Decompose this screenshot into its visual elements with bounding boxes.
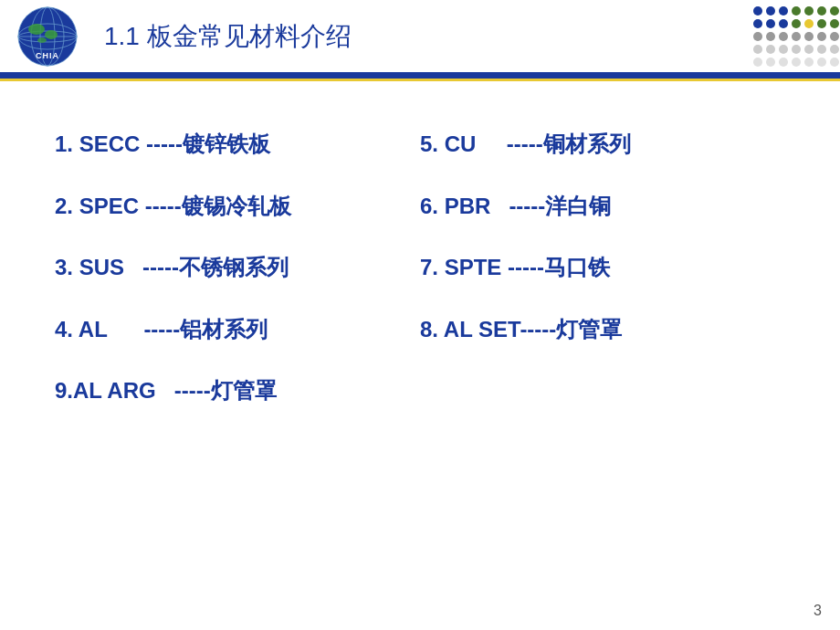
item-4-code: AL — [79, 317, 144, 341]
svg-point-21 — [792, 19, 801, 28]
svg-point-23 — [817, 19, 826, 28]
item-3-num: 3. — [55, 255, 79, 279]
item-5-num: 5. — [420, 131, 445, 156]
svg-point-7 — [28, 24, 45, 35]
svg-point-26 — [766, 32, 775, 41]
item-2: 2. SPEC -----镀锡冷轧板 — [55, 180, 420, 233]
item-6-code: PBR — [445, 194, 509, 218]
svg-point-8 — [45, 30, 58, 39]
svg-point-44 — [817, 58, 826, 67]
item-3: 3. SUS -----不锈钢系列 — [55, 241, 420, 294]
svg-point-22 — [804, 19, 814, 28]
item-9-desc: 灯管罩 — [211, 378, 277, 403]
item-4-dashes: ----- — [143, 317, 180, 341]
content-area: 1. SECC -----镀锌铁板 5. CU -----铜材系列 2. SPE… — [0, 81, 840, 436]
item-6-num: 6. — [420, 194, 445, 218]
svg-point-24 — [830, 19, 839, 28]
svg-point-12 — [766, 6, 775, 16]
item-5-dashes: ----- — [507, 131, 543, 156]
item-7: 7. SPTE -----马口铁 — [420, 241, 785, 294]
svg-point-39 — [753, 58, 762, 67]
item-7-desc: 马口铁 — [544, 255, 610, 279]
page-number: 3 — [814, 603, 822, 619]
item-1-num: 1. — [55, 131, 79, 156]
item-1-desc: 镀锌铁板 — [183, 131, 270, 156]
header: CHIA 1.1 板金常见材料介绍 — [0, 0, 840, 75]
svg-text:CHIA: CHIA — [36, 51, 59, 60]
svg-point-33 — [766, 45, 775, 54]
svg-point-38 — [830, 45, 839, 54]
svg-point-35 — [792, 45, 801, 54]
item-8-code: AL SET — [444, 317, 520, 341]
svg-point-13 — [779, 6, 788, 16]
globe-container: CHIA — [16, 5, 79, 68]
svg-point-25 — [753, 32, 762, 41]
item-9: 9.AL ARG -----灯管罩 — [55, 364, 785, 417]
item-3-desc: 不锈钢系列 — [179, 255, 289, 279]
svg-point-14 — [792, 6, 801, 16]
svg-point-32 — [753, 45, 762, 54]
svg-point-42 — [792, 58, 801, 67]
item-1-code: SECC — [79, 131, 146, 156]
svg-point-27 — [779, 32, 788, 41]
dots-decoration — [740, 0, 840, 73]
item-2-desc: 镀锡冷轧板 — [182, 194, 291, 218]
item-2-code: SPEC — [79, 194, 145, 218]
item-6-dashes: ----- — [509, 194, 545, 218]
item-1-dashes: ----- — [146, 131, 183, 156]
svg-point-36 — [804, 45, 814, 54]
svg-point-28 — [792, 32, 801, 41]
item-8: 8. AL SET-----灯管罩 — [420, 303, 785, 356]
slide-title: 1.1 板金常见材料介绍 — [104, 22, 352, 50]
title-area: 1.1 板金常见材料介绍 — [95, 19, 840, 54]
item-9-num: 9. — [55, 378, 73, 403]
item-6-desc: 洋白铜 — [545, 194, 611, 218]
item-1: 1. SECC -----镀锌铁板 — [55, 118, 420, 171]
globe-icon: CHIA — [16, 5, 79, 68]
svg-point-34 — [779, 45, 788, 54]
item-4-desc: 铝材系列 — [180, 317, 268, 341]
svg-point-29 — [804, 32, 814, 41]
svg-point-31 — [830, 32, 839, 41]
item-2-dashes: ----- — [145, 194, 182, 218]
item-3-dashes: ----- — [142, 255, 179, 279]
item-8-desc: 灯管罩 — [556, 317, 622, 341]
svg-point-43 — [804, 58, 814, 67]
svg-point-18 — [753, 19, 762, 28]
item-5: 5. CU -----铜材系列 — [420, 118, 785, 171]
item-7-num: 7. — [420, 255, 445, 279]
svg-point-17 — [830, 6, 839, 16]
item-4-num: 4. — [55, 317, 79, 341]
item-8-num: 8. — [420, 317, 444, 341]
item-5-code: CU — [445, 131, 507, 156]
item-4: 4. AL -----铝材系列 — [55, 303, 420, 356]
item-8-dashes: ----- — [520, 317, 556, 341]
item-7-dashes: ----- — [508, 255, 544, 279]
svg-point-37 — [817, 45, 826, 54]
item-6: 6. PBR -----洋白铜 — [420, 180, 785, 233]
svg-point-41 — [779, 58, 788, 67]
item-7-code: SPTE — [445, 255, 508, 279]
svg-point-11 — [753, 6, 762, 16]
svg-point-16 — [817, 6, 826, 16]
item-9-code: AL ARG — [73, 378, 174, 403]
svg-point-45 — [830, 58, 839, 67]
item-2-num: 2. — [55, 194, 79, 218]
logo-area: CHIA — [0, 0, 95, 74]
item-9-dashes: ----- — [174, 378, 211, 403]
item-3-code: SUS — [79, 255, 142, 279]
svg-point-9 — [37, 37, 47, 43]
svg-point-15 — [804, 6, 814, 16]
svg-point-20 — [779, 19, 788, 28]
svg-point-19 — [766, 19, 775, 28]
svg-point-30 — [817, 32, 826, 41]
svg-point-40 — [766, 58, 775, 67]
item-5-desc: 铜材系列 — [543, 131, 631, 156]
